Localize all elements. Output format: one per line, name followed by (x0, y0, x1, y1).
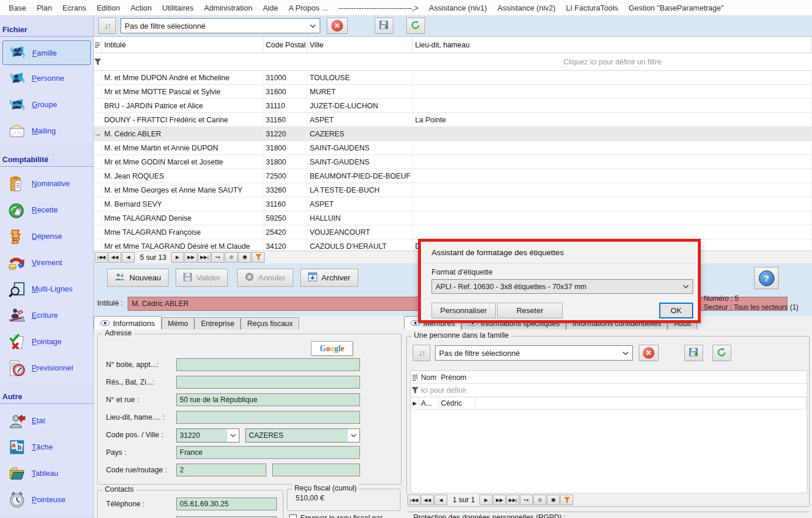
annuler-button[interactable]: Annuler (237, 269, 293, 287)
table-row[interactable]: Mr et Mme MOTTE Pascal et Sylvie31600MUR… (94, 85, 812, 99)
sidebar-item-mailing[interactable]: Mailing (0, 118, 93, 144)
prior-record-icon[interactable]: ◀ (122, 252, 135, 263)
save-filter-button[interactable] (375, 18, 393, 34)
prior-page-icon[interactable]: ◀◀ (108, 252, 121, 263)
table-row[interactable]: →M. Cédric ABLER31220CAZERES (94, 127, 812, 141)
cell-intitule[interactable]: DOUNY - FRATTCI Frédéric et Carine (102, 113, 263, 126)
column-header-lieu-dit-hameau[interactable]: Lieu-dit, hameau (413, 37, 812, 53)
table-row[interactable]: M. et Mme Georges et Anne Marie SAUTY332… (94, 183, 812, 197)
menu-item-item[interactable]: -----------------------------,> (333, 2, 424, 14)
sidebar-item-t-che[interactable]: abcTâche (0, 434, 93, 460)
sidebar-item-etat[interactable]: Etat (0, 407, 93, 434)
cell-intitule[interactable]: M. et Mme Martin et Annie DUPON (102, 141, 263, 155)
tab-informations[interactable]: Informations (94, 316, 162, 330)
table-row[interactable]: Mr et Mme GODIN Marcel et Josette31800SA… (94, 155, 812, 169)
append-record-icon[interactable]: ✱ (547, 495, 560, 505)
cell-code-postal[interactable]: 31160 (263, 113, 307, 126)
column-header-intitul[interactable]: Intitulé (102, 37, 263, 53)
menu-item-assistance-niv2[interactable]: Assistance (niv2) (492, 2, 561, 14)
addr-field-r-s-bat-zi[interactable] (176, 376, 360, 389)
sidebar-item-famille[interactable]: Famille (2, 40, 91, 65)
sidebar-item-pointeuse[interactable]: Pointeuse (0, 486, 93, 513)
cell-intitule[interactable]: M. Jean ROQUES (102, 169, 263, 183)
insert-record-icon[interactable]: ✱ (225, 252, 238, 263)
menu-item-base[interactable]: Base (4, 2, 32, 14)
table-row[interactable]: M. et Mme Martin et Annie DUPON31800SAIN… (94, 141, 812, 155)
cell-lieu[interactable] (413, 71, 812, 84)
cell-lieu[interactable] (413, 183, 812, 197)
members-refresh-button[interactable] (712, 345, 731, 361)
cell-lieu[interactable] (413, 155, 812, 169)
members-sort-button[interactable]: ↓↑ (413, 345, 430, 361)
sidebar-item-virement[interactable]: Virement (0, 249, 93, 276)
format-etiquette-combo[interactable]: APLI - Ref. 10630 - 3x8 étiquettes - 70x… (431, 279, 693, 294)
cell-lieu[interactable] (413, 169, 812, 183)
menu-item-administration[interactable]: Administration (199, 2, 258, 14)
cell-ville[interactable]: ASPET (307, 113, 413, 126)
table-row[interactable]: M. et Mme DUPON André et Micheline31000T… (94, 71, 812, 85)
menu-item-edition[interactable]: Edition (91, 2, 125, 14)
menu-item-plan[interactable]: Plan (32, 2, 57, 14)
menu-item-li-facturatools[interactable]: LI FacturaTools (561, 2, 623, 14)
cell-code-postal[interactable]: 31600 (263, 85, 307, 98)
cell-lieu[interactable] (413, 127, 812, 140)
google-button[interactable]: Google (311, 341, 353, 356)
cell-prenom[interactable]: Cédric (439, 397, 475, 410)
cell-code-postal[interactable]: 31800 (263, 141, 307, 155)
tab-m-mo[interactable]: Mémo (162, 317, 195, 330)
cell-intitule[interactable]: M. et Mme Georges et Anne Marie SAUTY (102, 183, 263, 197)
sort-button[interactable]: ↓↑ (98, 18, 116, 34)
personnaliser-button[interactable]: Personnaliser (431, 303, 496, 318)
family-filter-combo[interactable]: Pas de filtre sélectionné (121, 18, 320, 33)
valider-button[interactable]: Valider (176, 269, 228, 287)
refresh-record-icon[interactable]: ↪ (211, 252, 224, 263)
help-button[interactable]: ? (754, 267, 779, 289)
table-row[interactable]: Mme TALAGRAND Françoise25420VOUJEANCOURT (94, 225, 812, 239)
code-postal-combo[interactable]: 31220 (176, 428, 239, 442)
cell-lieu[interactable] (413, 197, 812, 211)
reseter-button[interactable]: Reseter (497, 303, 563, 318)
menu-item-aide[interactable]: Aide (258, 2, 283, 14)
family-table-filter-row[interactable]: Cliquez ici pour définir un filtre (94, 53, 812, 71)
sidebar-item-multi-lignes[interactable]: Multi-Lignes (0, 276, 93, 302)
sidebar-item-d-pense[interactable]: Dépense (0, 223, 93, 249)
cell-lieu[interactable] (413, 99, 812, 112)
cell-intitule[interactable]: Mr et Mme MOTTE Pascal et Sylvie (102, 85, 263, 98)
members-save-filter-button[interactable] (684, 345, 703, 361)
cell-ville[interactable]: CAZERES (307, 127, 413, 140)
grid-menu-icon[interactable] (94, 37, 102, 53)
cell-code-postal[interactable]: 31800 (263, 155, 307, 169)
next-record-icon[interactable]: ▶ (479, 495, 492, 505)
cell-code-postal[interactable]: 72500 (263, 169, 307, 183)
cell-lieu[interactable] (413, 85, 812, 98)
menu-item-assistance-niv1[interactable]: Assistance (niv1) (424, 2, 492, 14)
addr-field-n-et-rue[interactable]: 50 rue de la République (176, 393, 360, 406)
cell-ville[interactable]: ASPET (307, 197, 413, 211)
refresh-button[interactable] (406, 18, 425, 34)
filter-funnel-icon[interactable] (252, 252, 265, 263)
cell-lieu[interactable]: La Pointe (413, 113, 812, 126)
cell-lieu[interactable] (413, 225, 812, 239)
next-record-icon[interactable]: ▶ (171, 252, 184, 263)
cell-intitule[interactable]: Mme TALAGRAND Françoise (102, 225, 263, 239)
cell-lieu[interactable] (413, 211, 812, 225)
table-row[interactable]: BRU - JARDIN Patrice et Alice31110JUZET-… (94, 99, 812, 113)
menu-item-ecrans[interactable]: Ecrans (57, 2, 91, 14)
cell-ville[interactable]: VOUJEANCOURT (307, 225, 413, 239)
sidebar-item-personne[interactable]: Personne (0, 65, 93, 91)
sidebar-item-nominative[interactable]: Nominative (0, 170, 93, 197)
table-row[interactable]: M. Bernard SEVY31160ASPET (94, 197, 812, 211)
refresh-record-icon[interactable]: ↪ (520, 495, 533, 505)
cell-code-postal[interactable]: 25420 (263, 225, 307, 239)
addr-field-n-boite-appt[interactable] (176, 358, 360, 371)
members-filter-combo[interactable]: Pas de filtre sélectionné (435, 345, 633, 361)
cell-ville[interactable]: MURET (307, 85, 413, 98)
cell-ville[interactable]: HALLUIN (307, 211, 413, 225)
cell-code-postal[interactable]: 31110 (263, 99, 307, 112)
next-page-icon[interactable]: ▶▶ (184, 252, 197, 263)
cell-ville[interactable]: SAINT-GAUDENS (307, 155, 413, 169)
append-record-icon[interactable]: ✱ (238, 252, 251, 263)
ok-button[interactable]: OK (659, 303, 693, 318)
tab-re-us-fiscaux[interactable]: Reçus fiscaux (241, 317, 299, 330)
cell-ville[interactable]: LA TESTE-DE-BUCH (307, 183, 413, 197)
